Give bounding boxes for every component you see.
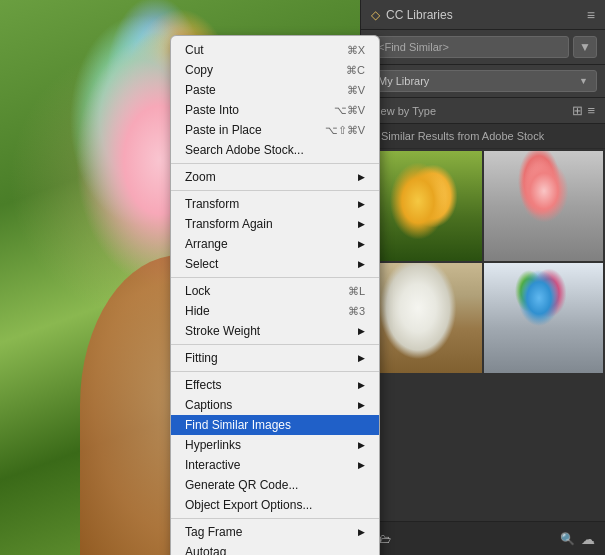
stock-image-2[interactable] bbox=[484, 151, 603, 261]
stock-image-4[interactable] bbox=[484, 263, 603, 373]
cc-libraries-icon: ◇ bbox=[371, 8, 380, 22]
menu-separator-2 bbox=[171, 190, 379, 191]
menu-item-zoom[interactable]: Zoom ▶ bbox=[171, 167, 379, 187]
panel-menu-button[interactable]: ≡ bbox=[587, 7, 595, 23]
list-view-button[interactable]: ≡ bbox=[587, 103, 595, 118]
menu-separator-5 bbox=[171, 371, 379, 372]
menu-separator-1 bbox=[171, 163, 379, 164]
library-name: My Library bbox=[378, 75, 579, 87]
menu-separator-3 bbox=[171, 277, 379, 278]
search-stock-footer-button[interactable]: 🔍 bbox=[560, 532, 575, 546]
section-header: ▶ Similar Results from Adobe Stock bbox=[361, 124, 605, 149]
menu-item-tag-frame[interactable]: Tag Frame ▶ bbox=[171, 522, 379, 542]
stock-image-3[interactable] bbox=[363, 263, 482, 373]
view-icons: ⊞ ≡ bbox=[572, 103, 595, 118]
menu-item-interactive[interactable]: Interactive ▶ bbox=[171, 455, 379, 475]
context-menu: Cut ⌘X Copy ⌘C Paste ⌘V Paste Into ⌥⌘V P… bbox=[170, 35, 380, 555]
menu-separator-4 bbox=[171, 344, 379, 345]
panel-title-area: ◇ CC Libraries bbox=[371, 8, 453, 22]
new-folder-button[interactable]: 🗁 bbox=[379, 532, 391, 546]
menu-item-effects[interactable]: Effects ▶ bbox=[171, 375, 379, 395]
library-row: My Library ▼ bbox=[361, 65, 605, 98]
stock-image-1[interactable] bbox=[363, 151, 482, 261]
menu-item-transform[interactable]: Transform ▶ bbox=[171, 194, 379, 214]
menu-item-stroke-weight[interactable]: Stroke Weight ▶ bbox=[171, 321, 379, 341]
menu-item-find-similar[interactable]: Find Similar Images bbox=[171, 415, 379, 435]
library-chevron-icon: ▼ bbox=[579, 76, 588, 86]
menu-item-generate-qr[interactable]: Generate QR Code... bbox=[171, 475, 379, 495]
menu-separator-6 bbox=[171, 518, 379, 519]
menu-item-autotag[interactable]: Autotag bbox=[171, 542, 379, 555]
menu-item-paste[interactable]: Paste ⌘V bbox=[171, 80, 379, 100]
menu-item-copy[interactable]: Copy ⌘C bbox=[171, 60, 379, 80]
grid-view-button[interactable]: ⊞ bbox=[572, 103, 583, 118]
section-title: Similar Results from Adobe Stock bbox=[381, 130, 544, 142]
search-input[interactable] bbox=[369, 36, 569, 58]
menu-item-captions[interactable]: Captions ▶ bbox=[171, 395, 379, 415]
menu-item-hide[interactable]: Hide ⌘3 bbox=[171, 301, 379, 321]
menu-item-lock[interactable]: Lock ⌘L bbox=[171, 281, 379, 301]
menu-item-paste-in-place[interactable]: Paste in Place ⌥⇧⌘V bbox=[171, 120, 379, 140]
view-type-label: View by Type bbox=[371, 105, 436, 117]
search-dropdown-button[interactable]: ▼ bbox=[573, 36, 597, 58]
panel-title: CC Libraries bbox=[386, 8, 453, 22]
panel-content: ▶ Similar Results from Adobe Stock bbox=[361, 124, 605, 521]
image-grid bbox=[361, 149, 605, 375]
menu-item-object-export[interactable]: Object Export Options... bbox=[171, 495, 379, 515]
search-row: ▼ bbox=[361, 30, 605, 65]
menu-item-select[interactable]: Select ▶ bbox=[171, 254, 379, 274]
library-dropdown[interactable]: My Library ▼ bbox=[369, 70, 597, 92]
panel-footer: + 🗁 🔍 ☁ bbox=[361, 521, 605, 555]
panel-header: ◇ CC Libraries ≡ bbox=[361, 0, 605, 30]
cc-libraries-panel: ◇ CC Libraries ≡ ▼ My Library ▼ View by … bbox=[360, 0, 605, 555]
sync-cloud-button[interactable]: ☁ bbox=[581, 531, 595, 547]
menu-item-transform-again[interactable]: Transform Again ▶ bbox=[171, 214, 379, 234]
menu-item-cut[interactable]: Cut ⌘X bbox=[171, 40, 379, 60]
menu-item-fitting[interactable]: Fitting ▶ bbox=[171, 348, 379, 368]
menu-item-arrange[interactable]: Arrange ▶ bbox=[171, 234, 379, 254]
view-type-row: View by Type ⊞ ≡ bbox=[361, 98, 605, 124]
menu-item-search-stock[interactable]: Search Adobe Stock... bbox=[171, 140, 379, 160]
menu-item-paste-into[interactable]: Paste Into ⌥⌘V bbox=[171, 100, 379, 120]
menu-item-hyperlinks[interactable]: Hyperlinks ▶ bbox=[171, 435, 379, 455]
